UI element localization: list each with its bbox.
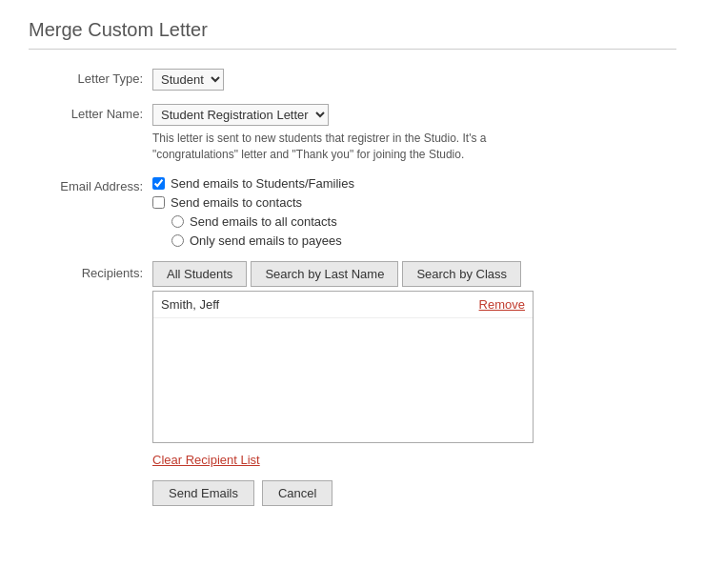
email-address-label: Email Address: xyxy=(29,176,152,193)
letter-name-row: Letter Name: Student Registration Letter… xyxy=(29,104,676,163)
send-students-families-row: Send emails to Students/Families xyxy=(152,176,676,191)
letter-type-row: Letter Type: Student Family Contact xyxy=(29,69,676,91)
letter-type-label: Letter Type: xyxy=(29,69,152,86)
all-contacts-row: Send emails to all contacts xyxy=(171,214,676,229)
send-contacts-row: Send emails to contacts xyxy=(152,195,676,210)
email-options: Send emails to Students/Families Send em… xyxy=(152,176,676,248)
send-students-families-label: Send emails to Students/Families xyxy=(171,176,354,191)
send-contacts-checkbox[interactable] xyxy=(152,196,165,209)
recipient-buttons: All Students Search by Last Name Search … xyxy=(152,261,676,287)
search-last-name-button[interactable]: Search by Last Name xyxy=(251,261,398,287)
email-address-row: Email Address: Send emails to Students/F… xyxy=(29,176,676,248)
recipient-name: Smith, Jeff xyxy=(161,297,219,312)
letter-type-select[interactable]: Student Family Contact xyxy=(152,69,224,91)
send-students-families-checkbox[interactable] xyxy=(152,177,165,190)
recipient-list-box: Smith, Jeff Remove xyxy=(152,291,534,443)
all-students-button[interactable]: All Students xyxy=(152,261,247,287)
payees-only-radio[interactable] xyxy=(171,234,184,247)
payees-only-row: Only send emails to payees xyxy=(171,233,676,248)
recipients-content: All Students Search by Last Name Search … xyxy=(152,261,676,443)
send-emails-button[interactable]: Send Emails xyxy=(152,480,254,506)
letter-description: This letter is sent to new students that… xyxy=(152,131,553,163)
page-title: Merge Custom Letter xyxy=(29,19,676,50)
clear-recipient-list-button[interactable]: Clear Recipient List xyxy=(152,453,260,467)
letter-name-select[interactable]: Student Registration Letter xyxy=(152,104,329,126)
recipients-section: Recipients: All Students Search by Last … xyxy=(29,261,676,443)
all-contacts-label: Send emails to all contacts xyxy=(190,214,337,229)
letter-name-label: Letter Name: xyxy=(29,104,152,121)
recipient-item: Smith, Jeff Remove xyxy=(153,292,533,318)
action-buttons: Send Emails Cancel xyxy=(152,480,676,506)
remove-button[interactable]: Remove xyxy=(479,297,525,312)
send-contacts-label: Send emails to contacts xyxy=(171,195,302,210)
all-contacts-radio[interactable] xyxy=(171,215,184,228)
letter-type-control: Student Family Contact xyxy=(152,69,676,91)
recipients-label: Recipients: xyxy=(29,261,152,280)
payees-only-label: Only send emails to payees xyxy=(190,233,342,248)
letter-name-control: Student Registration Letter This letter … xyxy=(152,104,676,163)
search-class-button[interactable]: Search by Class xyxy=(402,261,521,287)
cancel-button[interactable]: Cancel xyxy=(262,480,332,506)
